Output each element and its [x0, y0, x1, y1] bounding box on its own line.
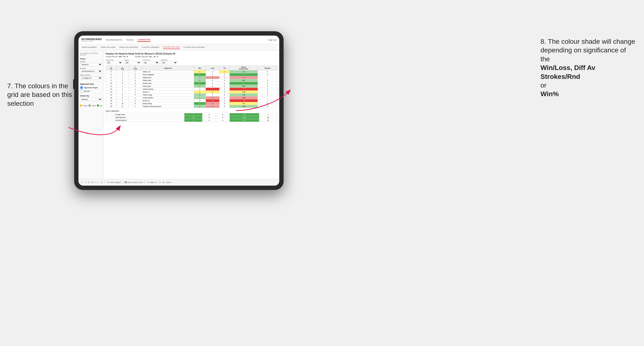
table-row: 20 11 7 Federica Domecq Lacroze 2 1 0 1.… — [106, 105, 277, 108]
cell-reg: 6 — [116, 82, 128, 85]
cell-conf: 2 — [128, 73, 142, 76]
cell-rounds: 9 — [258, 91, 277, 94]
filter-opponent-select[interactable]: (All) — [160, 61, 178, 64]
toolbar-sep2 — [105, 181, 105, 184]
sub-nav-team-h2h-grid[interactable]: TEAM H2H GRID — [100, 46, 116, 49]
cell-tie: 0 — [219, 73, 230, 76]
col-rounds: Rounds — [258, 66, 277, 70]
cell-div: 15 — [106, 94, 116, 96]
toolbar-cut[interactable]: ✂ — [95, 181, 97, 183]
cell-tie: 0 — [219, 82, 230, 85]
cell-conf: 3 — [128, 82, 142, 85]
cell-win: 4 — [194, 102, 206, 105]
col-div: #Div — [106, 66, 116, 70]
cell-win: 1 — [194, 79, 206, 82]
cell-tie: 0 — [219, 88, 230, 91]
sub-nav-player-h2h-heatmap[interactable]: PLAYER H2H HEATMAP — [184, 46, 205, 49]
cell-diff: 3.67 — [230, 79, 258, 82]
filter-region-select[interactable]: (All) — [124, 61, 141, 64]
sub-nav-player-summary[interactable]: PLAYER SUMMARY — [142, 46, 160, 49]
cell-tie: 0 — [219, 102, 230, 105]
cell-div: 6 — [106, 76, 116, 79]
filter-opponent: Opponent (All) — [160, 59, 178, 64]
cell-rounds — [258, 76, 277, 79]
cell-win: 1 — [194, 73, 206, 76]
nav-committee[interactable]: COMMITTEE — [138, 38, 150, 42]
toolbar-grid[interactable]: ⊞ — [163, 181, 164, 183]
ood-cell-rounds: 30 — [259, 116, 277, 119]
sidebar-player-rank-select[interactable]: 8. Katelyn Vo — [80, 76, 102, 80]
nav-tournaments[interactable]: TOURNAMENTS — [106, 38, 122, 42]
table-row: 5 2 2 Alexis Sudjianto 1 0 0 4 3 — [106, 73, 277, 76]
filter-region: Region (All) — [124, 59, 141, 64]
cell-loss: 3 — [206, 99, 219, 102]
sub-nav-player-h2h-grid[interactable]: PLAYER H2H GRID — [163, 45, 180, 49]
ood-cell-win: 15 — [184, 116, 202, 119]
cell-win: 1 — [194, 76, 206, 79]
cell-opponent: Jessica Huang — [142, 88, 194, 91]
filters-row: Opponents: (All) Region (All) Conference — [106, 59, 277, 64]
sidebar-division-select[interactable]: NCAA Division III — [80, 70, 102, 73]
nav-teams[interactable]: TEAMS — [126, 38, 134, 42]
cell-loss: 0 — [206, 73, 219, 76]
cell-tie: 0 — [219, 94, 230, 96]
cell-reg: 7 — [116, 91, 128, 94]
colour-by-title: Colour by — [80, 95, 102, 97]
legend-label-level: Level — [92, 105, 96, 107]
ood-cell-tie: 0 — [216, 119, 230, 122]
nav-right: | Sign out — [266, 38, 276, 42]
sidebar-gender-select[interactable]: Women's — [80, 63, 102, 66]
sign-out-link[interactable]: Sign out — [268, 38, 276, 42]
radio-opponents-played[interactable]: Opponents Played — [80, 86, 102, 89]
toolbar-sep1 — [99, 181, 99, 184]
colour-by-select[interactable]: Win/loss — [80, 98, 102, 101]
cell-div: 14 — [106, 91, 116, 94]
cell-reg: 2 — [116, 73, 128, 76]
cell-diff: 1.5 — [230, 70, 258, 73]
table-row: 10 6 3 Andrea York 2 0 0 4 4 — [106, 82, 277, 85]
ood-cell-tie: 0 — [216, 113, 230, 116]
view-icon: 👁 — [107, 181, 109, 183]
bottom-toolbar: ↩ ↪ ⟳ ⧉ ✂ ⏱ 👁 View: Original 💾 Save Cust… — [78, 179, 279, 186]
cell-div: 5 — [106, 73, 116, 76]
toolbar-save-custom[interactable]: 💾 Save Custom View — [125, 181, 143, 183]
radio-top100[interactable]: Top 100 — [80, 90, 102, 93]
side-button — [73, 79, 74, 89]
cell-opponent: Heejo Hyun — [142, 85, 194, 88]
cell-diff: 4 — [230, 73, 258, 76]
toolbar-export[interactable]: ⬡ — [159, 181, 161, 183]
cell-conf: 1 — [128, 96, 142, 99]
toolbar-undo[interactable]: ↩ — [81, 181, 82, 183]
ood-cell-empty — [106, 116, 115, 119]
toolbar-copy[interactable]: ⧉ — [92, 181, 93, 184]
filter-opponents-select[interactable]: (All) — [106, 61, 122, 64]
cell-loss: 1 — [206, 102, 219, 105]
table-row: 14 7 4 Eunice Yi 2 2 0 0.38 9 — [106, 91, 277, 94]
nav-pipe: | — [266, 39, 267, 41]
annotation-right: 8. The colour shade will change dependin… — [540, 37, 637, 99]
cell-rounds: 4 — [258, 70, 277, 73]
cell-opponent: Euna Lee — [142, 99, 194, 102]
toolbar-share[interactable]: Share — [166, 181, 171, 183]
logo-sub: Powered by clippd — [81, 41, 102, 42]
sub-nav-team-summary[interactable]: TEAM SUMMARY — [81, 46, 97, 49]
cell-rounds: 2 — [258, 99, 277, 102]
legend-dot-up — [97, 104, 99, 107]
sub-nav-team-h2h-heatmap[interactable]: TEAM H2H HEATMAP — [119, 46, 138, 49]
cell-tie: 0 — [219, 76, 230, 79]
tablet-screen: SCOREBOARD Powered by clippd TOURNAMENTS… — [78, 36, 279, 186]
cell-rounds — [258, 96, 277, 99]
cell-opponent: Federica Domecq Lacroze — [142, 105, 194, 108]
filter-conference-select[interactable]: (All) — [142, 61, 159, 64]
toolbar-view-original[interactable]: 👁 View: Original — [107, 181, 120, 183]
grid-area: Katelyn Vo Head-to-Head Grid for Women's… — [104, 50, 279, 179]
toolbar-watch[interactable]: 👁 Watch ▼ — [147, 181, 157, 183]
cell-loss: 2 — [206, 96, 219, 99]
toolbar-redo[interactable]: ↪ — [84, 181, 86, 183]
save-icon: 💾 — [125, 181, 127, 183]
cell-opponent: Stella Cheng — [142, 94, 194, 96]
toolbar-clock[interactable]: ⏱ — [101, 181, 103, 183]
cell-tie: 0 — [219, 96, 230, 99]
toolbar-forward[interactable]: ⟳ — [88, 181, 90, 183]
ood-cell-empty — [106, 113, 115, 116]
